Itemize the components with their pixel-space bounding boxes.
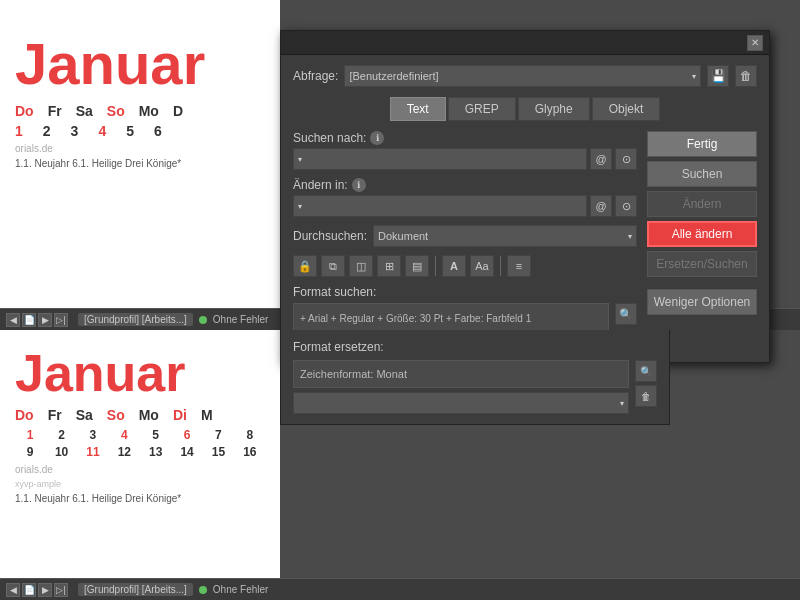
day-so: So: [107, 103, 125, 119]
suchen-info-icon[interactable]: ℹ: [370, 131, 384, 145]
suchen-label-text: Suchen nach:: [293, 131, 366, 145]
aendern-label-text: Ändern in:: [293, 178, 348, 192]
abfrage-dropdown-arrow: ▾: [692, 72, 696, 81]
toolbar-aa-icon[interactable]: Aa: [470, 255, 494, 277]
fertig-button[interactable]: Fertig: [647, 131, 757, 157]
month-title-bottom: Januar: [15, 343, 265, 403]
weniger-optionen-button[interactable]: Weniger Optionen: [647, 289, 757, 315]
suchen-input[interactable]: ▾: [293, 148, 587, 170]
toolbar-row: 🔒 ⧉ ◫ ⊞ ▤ A Aa ≡: [293, 255, 637, 277]
watermark-top: orials.de: [15, 143, 265, 154]
status-dot-top: [199, 316, 207, 324]
format-ersetzen-value: Zeichenformat: Monat: [300, 368, 407, 380]
calendar-nums-top: 1 2 3 4 5 6: [15, 123, 265, 139]
suchen-button[interactable]: Suchen: [647, 161, 757, 187]
nav-next-top[interactable]: ▶: [38, 313, 52, 327]
nav-page-icon-bottom[interactable]: 📄: [22, 583, 36, 597]
aendern-at-button[interactable]: @: [590, 195, 612, 217]
tab-grep[interactable]: GREP: [448, 97, 516, 121]
dialog-titlebar: ✕: [281, 31, 769, 55]
suchen-extra-button[interactable]: ⊙: [615, 148, 637, 170]
aendern-in-row: Ändern in: ℹ ▾ @ ⊙: [293, 178, 637, 217]
find-replace-dialog: ✕ Abfrage: [Benutzerdefiniert] ▾ 💾 🗑 Tex…: [280, 30, 770, 363]
suchen-at-button[interactable]: @: [590, 148, 612, 170]
format-ersetzen-search-icon[interactable]: 🔍: [635, 360, 657, 382]
cal-14: 14: [172, 444, 202, 460]
toolbar-table-icon[interactable]: ⊞: [377, 255, 401, 277]
status-nav-bottom: ◀ 📄 ▶ ▷|: [6, 583, 68, 597]
day-sa: Sa: [76, 103, 93, 119]
format-suchen-box: + Arial + Regular + Größe: 30 Pt + Farbe…: [293, 303, 609, 333]
format-ersetzen-dialog: Format ersetzen: Zeichenformat: Monat ▾ …: [280, 330, 670, 425]
format-suchen-value: + Arial + Regular + Größe: 30 Pt + Farbe…: [300, 313, 531, 324]
num-5: 5: [126, 123, 134, 139]
nav-prev-bottom[interactable]: ◀: [6, 583, 20, 597]
format-suchen-icon[interactable]: 🔍: [615, 303, 637, 325]
day-sa-b: Sa: [76, 407, 93, 423]
watermark2-bottom: xyvp-ample: [15, 479, 265, 489]
aendern-input[interactable]: ▾: [293, 195, 587, 217]
buttons-section: Fertig Suchen Ändern Alle ändern Ersetze…: [647, 131, 757, 356]
day-m-b: M: [201, 407, 213, 423]
day-d: D: [173, 103, 183, 119]
watermark-bottom: orials.de: [15, 464, 265, 475]
suchen-dropdown-arrow: ▾: [298, 155, 302, 164]
day-fr: Fr: [48, 103, 62, 119]
cal-8: 8: [235, 427, 265, 443]
nav-jump-top[interactable]: ▷|: [54, 313, 68, 327]
cal-2: 2: [46, 427, 76, 443]
dialog-close-button[interactable]: ✕: [747, 35, 763, 51]
num-3: 3: [71, 123, 79, 139]
status-text-top: Ohne Fehler: [213, 314, 269, 325]
toolbar-font-icon[interactable]: A: [442, 255, 466, 277]
aendern-info-icon[interactable]: ℹ: [352, 178, 366, 192]
durchsuchen-select[interactable]: Dokument ▾: [373, 225, 637, 247]
abfrage-value: [Benutzerdefiniert]: [349, 70, 438, 82]
aendern-dropdown-arrow: ▾: [298, 202, 302, 211]
cal-4: 4: [109, 427, 139, 443]
nav-prev-top[interactable]: ◀: [6, 313, 20, 327]
toolbar-copy-icon[interactable]: ⧉: [321, 255, 345, 277]
abfrage-select[interactable]: [Benutzerdefiniert] ▾: [344, 65, 701, 87]
cal-13: 13: [141, 444, 171, 460]
format-ersetzen-delete-icon[interactable]: 🗑: [635, 385, 657, 407]
num-1: 1: [15, 123, 23, 139]
abfrage-save-button[interactable]: 💾: [707, 65, 729, 87]
suchen-input-row: ▾ @ ⊙: [293, 148, 637, 170]
nav-page-icon-top[interactable]: 📄: [22, 313, 36, 327]
day-mo-b: Mo: [139, 407, 159, 423]
cal-12: 12: [109, 444, 139, 460]
cal-6: 6: [172, 427, 202, 443]
calendar-days-bottom: Do Fr Sa So Mo Di M: [15, 407, 265, 423]
durchsuchen-label: Durchsuchen:: [293, 229, 367, 243]
alle-aendern-button[interactable]: Alle ändern: [647, 221, 757, 247]
holidays-bottom: 1.1. Neujahr 6.1. Heilige Drei Könige*: [15, 493, 265, 504]
toolbar-sep1: [435, 256, 436, 276]
toolbar-layers-icon[interactable]: ◫: [349, 255, 373, 277]
month-title-top: Januar: [15, 30, 265, 97]
status-text-bottom: Ohne Fehler: [213, 584, 269, 595]
nav-jump-bottom[interactable]: ▷|: [54, 583, 68, 597]
cal-5: 5: [141, 427, 171, 443]
cal-15: 15: [203, 444, 233, 460]
abfrage-label: Abfrage:: [293, 69, 338, 83]
toolbar-text-icon[interactable]: ▤: [405, 255, 429, 277]
nav-next-bottom[interactable]: ▶: [38, 583, 52, 597]
aendern-extra-button[interactable]: ⊙: [615, 195, 637, 217]
cal-1: 1: [15, 427, 45, 443]
tab-glyphe[interactable]: Glyphe: [518, 97, 590, 121]
ersetzen-suchen-button[interactable]: Ersetzen/Suchen: [647, 251, 757, 277]
tab-objekt[interactable]: Objekt: [592, 97, 661, 121]
format-ersetzen-left: Zeichenformat: Monat ▾: [293, 360, 629, 414]
ersetzen-dropdown-arrow: ▾: [620, 399, 624, 408]
toolbar-lock-icon[interactable]: 🔒: [293, 255, 317, 277]
abfrage-delete-button[interactable]: 🗑: [735, 65, 757, 87]
durchsuchen-value: Dokument: [378, 230, 428, 242]
ersetzen-dropdown[interactable]: ▾: [293, 392, 629, 414]
status-nav-top: ◀ 📄 ▶ ▷|: [6, 313, 68, 327]
tab-text[interactable]: Text: [390, 97, 446, 121]
toolbar-align-icon[interactable]: ≡: [507, 255, 531, 277]
aendern-button[interactable]: Ändern: [647, 191, 757, 217]
status-bar-bottom: ◀ 📄 ▶ ▷| [Grundprofil] [Arbeits...] Ohne…: [0, 578, 800, 600]
day-fr-b: Fr: [48, 407, 62, 423]
